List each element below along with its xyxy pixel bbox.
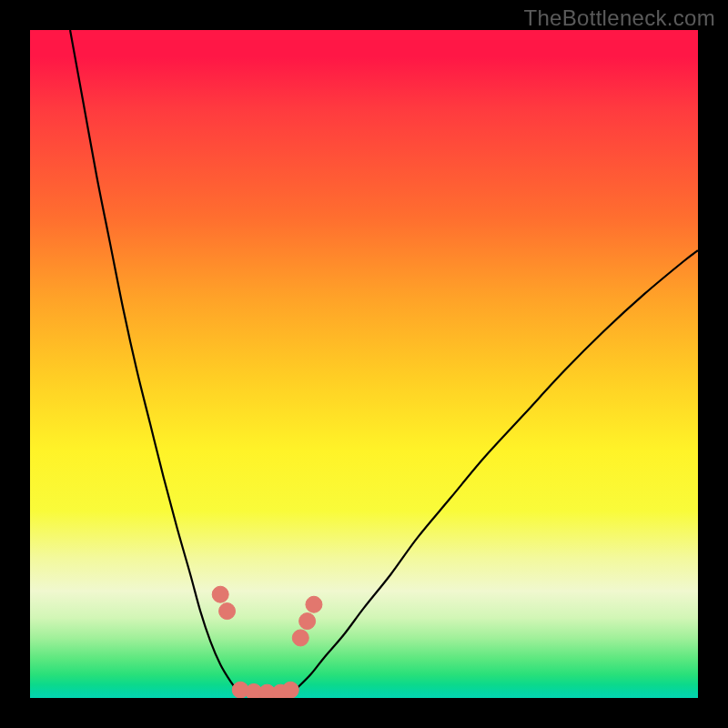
- marker-point: [219, 603, 236, 620]
- curve-path-group: [70, 30, 698, 693]
- marker-point: [292, 630, 308, 646]
- marker-point: [212, 586, 228, 602]
- curve-path: [70, 30, 698, 693]
- marker-point: [299, 613, 316, 630]
- marker-group: [212, 586, 322, 698]
- plot-area: [30, 30, 698, 698]
- marker-point: [282, 682, 298, 698]
- watermark-text: TheBottleneck.com: [523, 5, 715, 31]
- curve-layer: [30, 30, 698, 698]
- outer-frame: TheBottleneck.com: [0, 0, 728, 728]
- marker-point: [306, 596, 322, 612]
